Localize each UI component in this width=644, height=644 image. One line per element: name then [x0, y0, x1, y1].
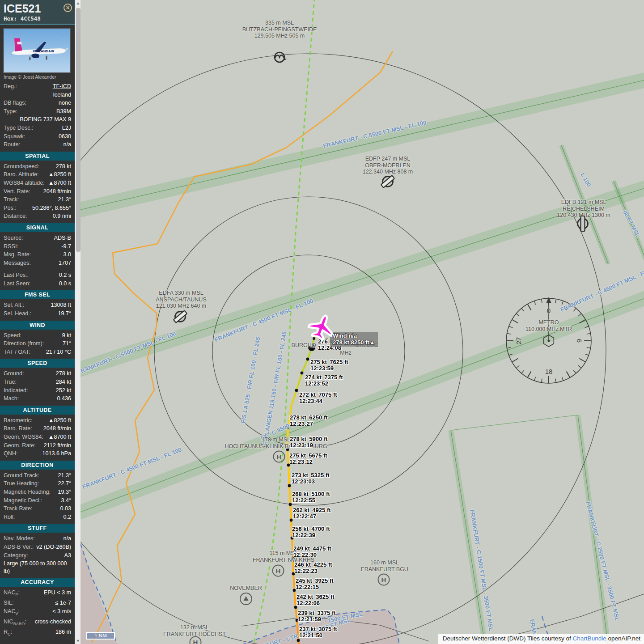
info-value: < 3 m/s	[22, 608, 71, 617]
info-label: Distance:	[4, 212, 27, 220]
info-row: Type Desc.:L2J	[0, 124, 75, 132]
info-label: Ground Track:	[4, 472, 39, 479]
info-label: Sel. Alt.:	[4, 301, 24, 309]
info-value: 0.9 nmi	[30, 212, 72, 220]
trail-dot	[287, 464, 290, 467]
trail-dot	[292, 557, 295, 560]
attribution-text: Deutscher Wetterdienst (DWD) Tiles court…	[443, 635, 573, 642]
info-row: Sel. Head.:19.7°	[0, 309, 75, 318]
info-label: Baro. Rate:	[4, 425, 32, 432]
trail-dot	[289, 503, 292, 506]
info-row: NACV:< 3 m/s	[0, 607, 75, 618]
section-header-speed: SPEED	[0, 359, 75, 368]
info-row: SIL:≤ 1e-7	[0, 599, 75, 607]
hex-value: 4CC548	[21, 15, 41, 22]
info-value: 3.0	[34, 251, 71, 258]
info-row: Sel. Alt.:13008 ft	[0, 301, 75, 309]
section-header-wind: WIND	[0, 321, 75, 330]
info-row: Iceland	[0, 91, 75, 99]
info-value: v2 (DO-260B)	[36, 543, 71, 551]
attribution-link[interactable]: ChartBundle	[573, 635, 606, 642]
info-value: EPU < 3 m	[22, 589, 71, 598]
trail-dot	[297, 639, 300, 642]
info-value: A3	[31, 552, 71, 559]
info-value: 278 kt	[27, 370, 71, 377]
info-label: Baro. Altitude:	[4, 171, 38, 178]
info-label: Ground:	[4, 370, 24, 377]
info-value: 0630	[28, 133, 71, 140]
info-value: 50.286°, 8.655°	[19, 204, 71, 212]
close-icon[interactable]: ×	[64, 4, 72, 12]
info-label: Last Seen:	[4, 280, 30, 288]
info-row: Indicated:252 kt	[0, 386, 75, 395]
airspace-bands	[80, 78, 644, 644]
info-row: RSSI:-9.7	[0, 242, 75, 251]
aircraft-photo[interactable]: ICELANDAIR	[3, 28, 72, 73]
aircraft-info-panel: ICE521 Hex: 4CC548 ×	[0, 0, 75, 644]
info-row: Track Rate:0.03	[0, 504, 75, 513]
scrollbar-thumb[interactable]	[76, 8, 80, 252]
info-row: TAT / OAT:21 / 10 °C	[0, 348, 75, 356]
info-row: QNH:1013.6 hPa	[0, 449, 75, 458]
info-row: Vert. Rate:2048 ft/min	[0, 187, 75, 196]
trail-dot	[296, 619, 299, 622]
scrollbar-down-icon[interactable]: ▼	[75, 638, 81, 644]
info-value: 21.3°	[42, 472, 71, 479]
info-label: Magnetic Decl.:	[4, 497, 42, 504]
registration-link[interactable]: TF-ICD	[20, 83, 71, 90]
info-label: Reg.:	[4, 83, 17, 90]
info-row: Magnetic Decl.:3.4°	[0, 496, 75, 505]
map-canvas[interactable]: Wind n/a 278 kt 8250 ft▲ 1 NM Deutscher …	[80, 0, 644, 644]
info-label: Squawk:	[4, 133, 25, 140]
info-row: NACP:EPU < 3 m	[0, 589, 75, 599]
info-row: Barometric:▲8250 ft	[0, 416, 75, 425]
section-header-stuff: STUFF	[0, 524, 75, 533]
info-label: NICBARO:	[4, 618, 26, 627]
map-attribution: Deutscher Wetterdienst (DWD) Tiles court…	[438, 634, 644, 644]
info-label: QNH:	[4, 450, 17, 458]
info-row: Ground Track:21.3°	[0, 471, 75, 480]
info-value: 13008 ft	[27, 301, 71, 309]
scrollbar-up-icon[interactable]: ▲	[75, 0, 81, 6]
info-label: Magnetic Heading:	[4, 488, 51, 496]
callsign: ICE521	[4, 3, 71, 14]
info-value: ≤ 1e-7	[16, 599, 71, 607]
info-value: 278 kt	[42, 163, 71, 170]
info-label: RSSI:	[4, 243, 18, 250]
trail-dot	[287, 426, 290, 429]
info-value: L2J	[36, 124, 72, 132]
trail-dot	[295, 389, 298, 392]
info-value: ▲8700 ft	[46, 433, 71, 441]
info-label: Source:	[4, 234, 23, 242]
info-value: n/a	[23, 141, 71, 148]
section-header-altitude: ALTITUDE	[0, 406, 75, 415]
info-row: Category:A3	[0, 551, 75, 560]
info-value: 2048 ft/min	[35, 425, 71, 432]
tooltip-wind: Wind n/a	[333, 332, 375, 339]
info-row: Squawk:0630	[0, 132, 75, 141]
photo-livery-text: ICELANDAIR	[33, 49, 55, 53]
info-label: Speed:	[4, 332, 21, 339]
section-header-signal: SIGNAL	[0, 223, 75, 232]
info-label: Mach:	[4, 395, 19, 402]
info-row: Geom. WGS84:▲8700 ft	[0, 433, 75, 441]
info-row: Direction (from):71°	[0, 339, 75, 348]
section-header-fms-sel: FMS SEL	[0, 290, 75, 299]
info-row-wide: Large (75 000 to 300 000 lb)	[0, 559, 75, 575]
info-label: ADS-B Ver.:	[4, 543, 34, 551]
panel-scrollbar[interactable]: ▲ ▼	[75, 0, 80, 644]
info-row: Geom. Rate:2112 ft/min	[0, 441, 75, 450]
info-label: NACV:	[4, 608, 20, 617]
info-label: Nav. Modes:	[4, 535, 35, 542]
info-value: 2112 ft/min	[38, 442, 71, 449]
info-value: none	[29, 99, 71, 107]
info-value: 0.436	[21, 395, 71, 402]
info-value: ▲8250 ft	[35, 417, 71, 424]
info-row: Speed:9 kt	[0, 331, 75, 340]
trail-dot	[306, 358, 309, 361]
info-row: RC:186 m	[0, 628, 75, 638]
info-value: 9 kt	[24, 332, 71, 339]
info-value: -9.7	[21, 243, 71, 250]
trail-dot	[292, 572, 295, 576]
selected-aircraft-icon[interactable]	[305, 310, 338, 345]
